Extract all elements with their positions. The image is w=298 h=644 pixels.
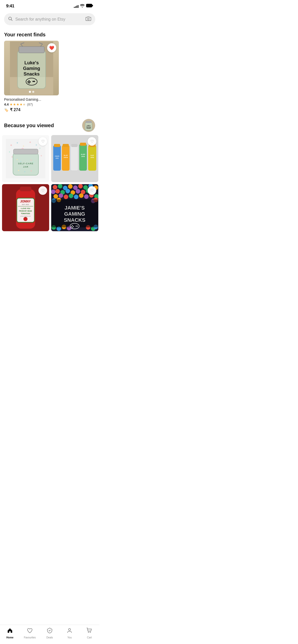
svg-point-98 [76, 189, 80, 194]
grid-product-gaming-snacks[interactable]: JAMIE'S GAMING SNACKS ♡ [51, 184, 98, 231]
svg-text:LOVE FROM XXX: LOVE FROM XXX [20, 215, 31, 217]
svg-text:JUG: JUG [56, 157, 59, 159]
search-bar[interactable]: Search for anything on Etsy [4, 13, 95, 25]
thumbnail-jar-svg: Luke's Gaming Snacks [82, 119, 95, 132]
star-2: ★ [13, 103, 16, 106]
stars: ★ ★ ★ ★ ★★ [10, 103, 26, 106]
svg-rect-42 [13, 149, 38, 154]
status-bar: 9:41 [0, 0, 99, 11]
dot-2 [32, 91, 34, 93]
recent-product-image[interactable]: Luke's Gaming Snacks [4, 41, 59, 95]
image-dots [29, 91, 34, 93]
search-container: Search for anything on Etsy [0, 11, 99, 29]
svg-text:SNACKS: SNACKS [64, 217, 85, 223]
favorite-button-ketchup[interactable]: ♡ [38, 186, 47, 195]
svg-point-4 [88, 18, 89, 20]
svg-point-107 [79, 193, 84, 198]
svg-text:✦: ✦ [40, 154, 42, 157]
svg-rect-25 [86, 121, 91, 123]
svg-text:Gaming: Gaming [23, 66, 40, 71]
svg-text:✦: ✦ [35, 143, 37, 147]
svg-line-3 [11, 19, 12, 21]
svg-rect-63 [79, 144, 87, 171]
search-icon [8, 17, 13, 22]
svg-point-105 [69, 194, 73, 198]
svg-rect-0 [86, 4, 92, 7]
selfcare-image: ✦ ✦ ✦ ✦ ✦ ✦ ✦ ✦ ✦ ✦ ❀ [2, 135, 49, 182]
svg-text:✦: ✦ [30, 169, 32, 172]
favorite-button-gaming-snacks[interactable]: ♡ [88, 186, 96, 195]
star-5: ★★ [23, 103, 26, 106]
favorite-button-selfcare[interactable]: ♡ [38, 137, 47, 146]
grid-product-selfcare[interactable]: ✦ ✦ ✦ ✦ ✦ ✦ ✦ ✦ ✦ ✦ ❀ [2, 135, 49, 182]
svg-text:JUICE: JUICE [81, 156, 85, 157]
camera-icon[interactable] [86, 16, 91, 22]
status-time: 9:41 [6, 4, 14, 9]
svg-rect-73 [20, 187, 31, 191]
battery-icon [86, 4, 93, 8]
svg-text:Gaming: Gaming [86, 126, 91, 128]
signal-icon [74, 4, 78, 8]
viewed-thumbnail[interactable]: Luke's Gaming Snacks [82, 119, 95, 132]
svg-text:✦: ✦ [16, 141, 19, 145]
svg-text:JONNY: JONNY [20, 200, 31, 203]
svg-point-84 [53, 185, 57, 189]
svg-text:I LOVE YOU: I LOVE YOU [21, 208, 30, 209]
svg-point-104 [64, 195, 68, 199]
svg-text:JUICE: JUICE [90, 157, 94, 158]
svg-text:Snacks: Snacks [87, 128, 91, 129]
svg-rect-61 [71, 145, 78, 171]
svg-rect-58 [63, 144, 69, 147]
svg-text:GAMING: GAMING [64, 211, 85, 217]
product-name: Personalised Gaming... [4, 97, 59, 101]
svg-point-129 [71, 226, 72, 227]
star-4: ★ [20, 103, 23, 106]
selfcare-jar-svg: ✦ ✦ ✦ ✦ ✦ ✦ ✦ ✦ ✦ ✦ ❀ [6, 139, 45, 178]
price-tag-icon: 🏷️ [4, 108, 8, 112]
star-1: ★ [10, 103, 13, 106]
svg-text:SLAP: SLAP [90, 155, 94, 156]
grid-product-ketchup[interactable]: JONNY EST. 2022 I LOVE YOU FROM MY HEAD … [2, 184, 49, 231]
svg-point-87 [68, 184, 73, 189]
svg-point-96 [65, 189, 70, 193]
svg-point-106 [74, 195, 78, 199]
svg-rect-8 [19, 47, 44, 53]
svg-text:Luke's: Luke's [24, 60, 38, 65]
product-price: ₹ 274 [10, 107, 20, 112]
svg-point-132 [77, 226, 78, 227]
because-header: Because you viewed Luke's Gaming Snacks [0, 117, 99, 135]
svg-point-17 [28, 80, 30, 81]
status-icons [74, 4, 93, 8]
svg-rect-62 [71, 144, 77, 147]
recent-product-card[interactable]: Luke's Gaming Snacks [4, 41, 59, 112]
wifi-icon [80, 4, 85, 8]
svg-point-20 [28, 82, 30, 83]
grid-product-drinks[interactable]: CHUG JUG SLAP JUICE SLURP [51, 135, 98, 182]
svg-point-130 [72, 227, 73, 228]
recent-finds-scroll[interactable]: Luke's Gaming Snacks [0, 41, 99, 117]
recent-finds-section: Your recent finds [0, 29, 99, 117]
svg-rect-1 [92, 5, 93, 6]
price-row: 🏷️ ₹ 274 [4, 107, 59, 112]
svg-text:JAR: JAR [23, 166, 28, 168]
svg-text:JAMIE'S: JAMIE'S [64, 205, 85, 211]
favorite-button-drinks[interactable]: ♡ [88, 137, 96, 146]
svg-rect-64 [80, 143, 86, 146]
svg-text:✦: ✦ [16, 158, 18, 161]
svg-text:✦: ✦ [29, 140, 32, 144]
svg-text:✦: ✦ [20, 160, 22, 163]
search-placeholder[interactable]: Search for anything on Etsy [15, 17, 83, 22]
favorite-button-recent[interactable]: ❤️ [47, 43, 56, 52]
heart-icon: ❤️ [49, 46, 54, 50]
rating-row: 4.4 ★ ★ ★ ★ ★★ (87) [4, 103, 59, 106]
svg-text:CHUG: CHUG [55, 155, 59, 157]
svg-text:EST. 2022: EST. 2022 [22, 204, 29, 205]
svg-text:SLAP: SLAP [64, 155, 68, 156]
svg-point-102 [53, 194, 58, 199]
svg-text:✦: ✦ [17, 169, 20, 172]
svg-text:Luke's: Luke's [87, 125, 90, 126]
product-info: Personalised Gaming... 4.4 ★ ★ ★ ★ ★★ [4, 95, 59, 112]
svg-text:TOMATOES: TOMATOES [21, 213, 30, 214]
svg-point-19 [27, 81, 29, 82]
svg-text:✦: ✦ [33, 161, 35, 164]
